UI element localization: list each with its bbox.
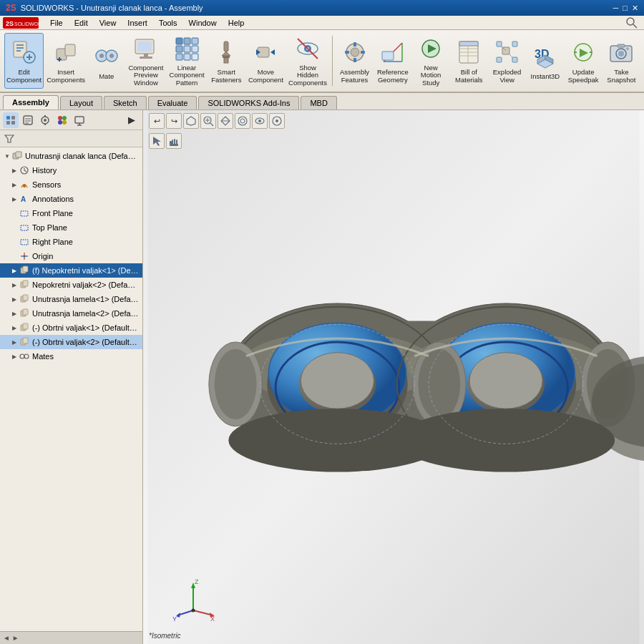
toolbar-separator-1 xyxy=(332,36,333,86)
tree-obrtni1[interactable]: ▶ (-) Obrtni valjak<1> (Default<<De xyxy=(0,321,142,335)
move-component-button[interactable]: MoveComponent xyxy=(246,33,286,89)
svg-rect-48 xyxy=(345,51,349,54)
vp-forward-button[interactable]: ↪ xyxy=(166,113,182,129)
nepokretni1-label: (f) Nepokretni valjak<1> (Default- xyxy=(32,266,140,275)
feature-tree: ▼ Unutrasnji clanak lanca (Default<Disp … xyxy=(0,147,142,631)
bill-of-materials-button[interactable]: Bill ofMaterials xyxy=(451,33,487,89)
vp-hand-button[interactable] xyxy=(166,133,182,149)
vp-display-button[interactable] xyxy=(235,113,250,129)
take-snapshot-icon xyxy=(607,38,635,67)
reference-geometry-button[interactable]: ReferenceGeometry xyxy=(374,33,411,89)
insert-components-icon xyxy=(52,38,80,67)
svg-rect-84 xyxy=(6,121,10,125)
assembly-features-button[interactable]: AssemblyFeatures xyxy=(336,33,373,89)
mates-arrow: ▶ xyxy=(10,352,19,361)
tree-annotations[interactable]: ▶ A Annotations xyxy=(0,192,142,206)
instant3d-button[interactable]: 3D Instant3D xyxy=(527,33,563,89)
tab-assembly[interactable]: Assembly xyxy=(3,95,59,109)
minimize-button[interactable]: ─ xyxy=(613,4,619,13)
feature-tree-tab[interactable] xyxy=(3,112,19,128)
svg-rect-142 xyxy=(174,139,175,145)
smart-fasteners-button[interactable]: SmartFasteners xyxy=(208,33,245,89)
update-speedpak-button[interactable]: UpdateSpeedpak xyxy=(565,33,602,89)
tree-sensors[interactable]: ▶ Sensors xyxy=(0,177,142,192)
vp-hide-show-button[interactable] xyxy=(252,113,268,129)
svg-rect-23 xyxy=(140,57,152,59)
new-motion-study-button[interactable]: NewMotionStudy xyxy=(412,33,449,89)
tree-front-plane[interactable]: ▶ Front Plane xyxy=(0,206,142,220)
tab-solidworks-addins[interactable]: SOLIDWORKS Add-Ins xyxy=(198,96,299,109)
svg-rect-64 xyxy=(512,57,517,62)
tree-right-plane[interactable]: ▶ Right Plane xyxy=(0,235,142,249)
annotations-icon: A xyxy=(19,193,30,205)
left-status-text: ◄ ► xyxy=(3,634,19,642)
vp-more-button[interactable] xyxy=(269,113,285,129)
annotations-arrow: ▶ xyxy=(10,195,19,203)
tree-history[interactable]: ▶ History xyxy=(0,163,142,177)
svg-rect-7 xyxy=(16,47,24,49)
viewport[interactable]: ↩ ↪ xyxy=(143,110,644,644)
solidworks-logo: 2S xyxy=(6,3,16,13)
svg-rect-118 xyxy=(23,295,28,301)
component-preview-button[interactable]: ComponentPreviewWindow xyxy=(126,33,165,89)
property-tab[interactable] xyxy=(20,112,36,128)
display-tab[interactable] xyxy=(72,112,87,128)
appearance-tab[interactable] xyxy=(54,112,70,128)
tab-sketch[interactable]: Sketch xyxy=(104,96,147,109)
show-hidden-button[interactable]: ShowHiddenComponents xyxy=(287,33,328,89)
config-tab[interactable] xyxy=(37,112,53,128)
tab-evaluate[interactable]: Evaluate xyxy=(148,96,197,109)
insert-components-button[interactable]: InsertComponents xyxy=(45,33,87,89)
menu-help[interactable]: Help xyxy=(223,18,250,28)
titlebar: 2S SOLIDWORKS - Unutrasnji clanak lanca … xyxy=(0,0,644,16)
maximize-button[interactable]: □ xyxy=(623,4,628,13)
bill-of-materials-icon xyxy=(454,38,483,67)
menu-view[interactable]: View xyxy=(94,18,122,28)
close-button[interactable]: ✕ xyxy=(632,4,638,13)
edit-component-button[interactable]: EditComponent xyxy=(4,33,44,89)
svg-rect-36 xyxy=(224,58,228,63)
exploded-view-button[interactable]: ExplodedView xyxy=(489,33,525,89)
root-label: Unutrasnji clanak lanca (Default<Disp xyxy=(25,152,140,160)
menu-edit[interactable]: Edit xyxy=(69,18,94,28)
svg-rect-32 xyxy=(192,54,198,60)
tree-unutrasnja1[interactable]: ▶ Unutrasnja lamela<1> (Default<< xyxy=(0,292,142,306)
search-icon[interactable] xyxy=(625,16,638,29)
vp-section-button[interactable] xyxy=(218,113,233,129)
svg-rect-114 xyxy=(23,266,28,272)
svg-point-125 xyxy=(20,354,24,358)
filter-row xyxy=(0,130,142,147)
menu-tools[interactable]: Tools xyxy=(153,18,183,28)
menu-file[interactable]: File xyxy=(44,18,69,28)
menu-window[interactable]: Window xyxy=(183,18,223,28)
svg-rect-30 xyxy=(176,54,182,60)
svg-rect-24 xyxy=(176,38,182,44)
vp-select-button[interactable] xyxy=(149,133,165,149)
tree-nepokretni1[interactable]: ▶ (f) Nepokretni valjak<1> (Default- xyxy=(0,263,142,278)
sensors-arrow: ▶ xyxy=(10,180,19,189)
tree-expand-btn[interactable]: ▶ xyxy=(124,112,140,128)
mate-button[interactable]: Mate xyxy=(88,33,125,89)
menu-insert[interactable]: Insert xyxy=(122,18,153,28)
tree-unutrasnja2[interactable]: ▶ Unutrasnja lamela<2> (Default<< xyxy=(0,306,142,321)
nepokretni2-label: Nepokretni valjak<2> (Default<< xyxy=(32,280,140,289)
tree-obrtni2[interactable]: ▶ (-) Obrtni valjak<2> (Default<<De xyxy=(0,335,142,349)
svg-point-96 xyxy=(58,120,62,125)
vp-zoom-area-button[interactable] xyxy=(200,113,216,129)
tree-nepokretni2[interactable]: ▶ Nepokretni valjak<2> (Default<< xyxy=(0,278,142,292)
linear-pattern-button[interactable]: Linear ComponentPattern xyxy=(167,33,207,89)
tree-top-plane[interactable]: ▶ Top Plane xyxy=(0,220,142,235)
svg-rect-13 xyxy=(65,44,75,56)
component-preview-label: ComponentPreviewWindow xyxy=(128,64,163,87)
svg-point-139 xyxy=(275,119,278,122)
svg-rect-57 xyxy=(459,42,478,46)
tree-origin[interactable]: ▶ Origin xyxy=(0,249,142,263)
take-snapshot-button[interactable]: TakeSnapshot xyxy=(603,33,640,89)
unutrasnja2-label: Unutrasnja lamela<2> (Default<< xyxy=(32,309,140,318)
tree-mates[interactable]: ▶ Mates xyxy=(0,349,142,364)
vp-back-button[interactable]: ↩ xyxy=(149,113,165,129)
tab-mbd[interactable]: MBD xyxy=(301,96,336,109)
tree-root[interactable]: ▼ Unutrasnji clanak lanca (Default<Disp xyxy=(0,149,142,163)
vp-view-selector[interactable] xyxy=(183,113,199,129)
tab-layout[interactable]: Layout xyxy=(60,96,102,109)
